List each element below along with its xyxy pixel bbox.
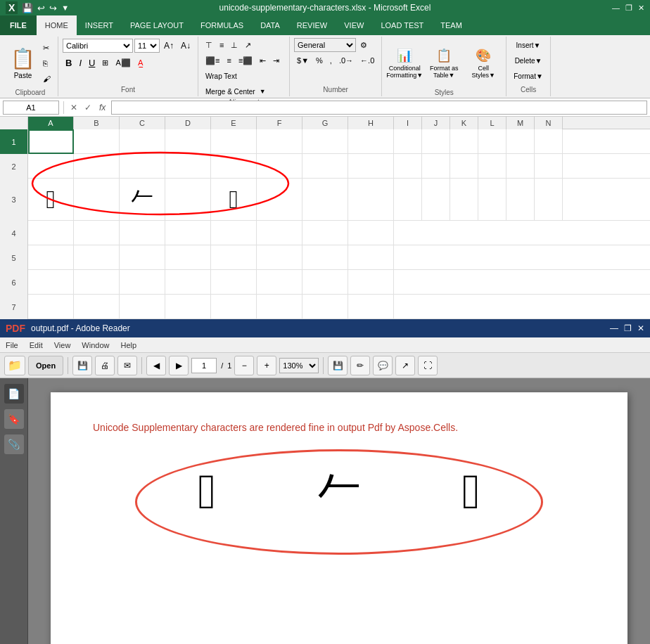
format-painter-button[interactable]: 🖌 bbox=[40, 72, 53, 86]
indent-inc-btn[interactable]: ⇥ bbox=[270, 53, 282, 67]
cut-button[interactable]: ✂ bbox=[40, 41, 53, 55]
row-header-1[interactable]: 1 bbox=[0, 129, 28, 154]
font-size-select[interactable]: 11 bbox=[134, 39, 160, 53]
cell-g1[interactable] bbox=[302, 129, 348, 154]
font-name-select[interactable]: Calibri bbox=[63, 39, 133, 53]
cell-h7[interactable] bbox=[348, 295, 394, 319]
col-header-k[interactable]: K bbox=[450, 117, 478, 129]
cell-b6[interactable] bbox=[74, 270, 120, 295]
row-header-3[interactable]: 3 bbox=[0, 179, 28, 221]
cell-d2[interactable] bbox=[165, 154, 211, 179]
align-top-btn[interactable]: ⊤ bbox=[203, 38, 215, 52]
cell-f4[interactable] bbox=[257, 221, 302, 245]
formulas-tab[interactable]: FORMULAS bbox=[192, 15, 252, 35]
cell-m1[interactable] bbox=[506, 129, 535, 154]
cell-f3[interactable] bbox=[257, 179, 302, 221]
pdf-zoom-in-btn[interactable]: + bbox=[257, 356, 276, 375]
cell-f1[interactable] bbox=[257, 129, 302, 154]
pdf-sidebar-page-icon[interactable]: 📄 bbox=[4, 384, 24, 404]
pdf-next-page-btn[interactable]: ▶ bbox=[169, 356, 189, 375]
file-tab[interactable]: FILE bbox=[0, 15, 37, 35]
cell-h2[interactable] bbox=[348, 154, 394, 179]
cell-j1[interactable] bbox=[422, 129, 450, 154]
cell-c7[interactable] bbox=[120, 295, 165, 319]
pdf-close-btn[interactable]: ✕ bbox=[637, 323, 644, 333]
cell-m2[interactable] bbox=[506, 154, 535, 179]
pdf-folder-icon[interactable]: 📁 bbox=[4, 356, 25, 375]
cell-d4[interactable] bbox=[165, 221, 211, 245]
cell-g4[interactable] bbox=[302, 221, 348, 245]
team-tab[interactable]: TEAM bbox=[432, 15, 471, 35]
cell-a3[interactable]: 𠀀 bbox=[28, 179, 74, 221]
pdf-zoom-select[interactable]: 130% bbox=[279, 358, 319, 373]
minimize-btn[interactable]: — bbox=[612, 4, 620, 13]
cell-g7[interactable] bbox=[302, 295, 348, 319]
pdf-expand-btn[interactable]: ⛶ bbox=[418, 356, 438, 375]
cell-h3[interactable] bbox=[348, 179, 394, 221]
pdf-prev-page-btn[interactable]: ◀ bbox=[146, 356, 166, 375]
cell-b2[interactable] bbox=[74, 154, 120, 179]
cell-j2[interactable] bbox=[422, 154, 450, 179]
col-header-j[interactable]: J bbox=[422, 117, 450, 129]
col-header-e[interactable]: E bbox=[211, 117, 257, 129]
col-header-h[interactable]: H bbox=[348, 117, 394, 129]
row-header-4[interactable]: 4 bbox=[0, 221, 28, 245]
load-test-tab[interactable]: LOAD TEST bbox=[372, 15, 432, 35]
cell-a5[interactable] bbox=[28, 245, 74, 270]
cell-i1[interactable] bbox=[394, 129, 422, 154]
row-header-7[interactable]: 7 bbox=[0, 295, 28, 319]
align-middle-btn[interactable]: ≡ bbox=[217, 38, 227, 52]
cell-e1[interactable] bbox=[211, 129, 257, 154]
cell-a6[interactable] bbox=[28, 270, 74, 295]
font-color-button[interactable]: A̲ bbox=[135, 56, 146, 70]
redo-qat-icon[interactable]: ↪ bbox=[49, 3, 57, 13]
cell-f6[interactable] bbox=[257, 270, 302, 295]
cell-f5[interactable] bbox=[257, 245, 302, 270]
page-layout-tab[interactable]: PAGE LAYOUT bbox=[122, 15, 192, 35]
cell-c3[interactable]: 𠂉 bbox=[120, 179, 165, 221]
cell-k3[interactable] bbox=[450, 179, 478, 221]
cell-c1[interactable] bbox=[120, 129, 165, 154]
cell-e4[interactable] bbox=[211, 221, 257, 245]
dec-dec-btn[interactable]: ←.0 bbox=[357, 53, 377, 67]
cell-d5[interactable] bbox=[165, 245, 211, 270]
cell-e5[interactable] bbox=[211, 245, 257, 270]
col-header-l[interactable]: L bbox=[478, 117, 506, 129]
conditional-formatting-button[interactable]: 📊 ConditionalFormatting▼ bbox=[386, 38, 423, 89]
formula-input[interactable] bbox=[111, 101, 647, 115]
align-bottom-btn[interactable]: ⊥ bbox=[228, 38, 241, 52]
col-header-m[interactable]: M bbox=[506, 117, 535, 129]
increase-font-btn[interactable]: A↑ bbox=[161, 39, 177, 53]
pdf-sidebar-bookmark-icon[interactable]: 🔖 bbox=[4, 409, 24, 429]
cell-d6[interactable] bbox=[165, 270, 211, 295]
cell-g2[interactable] bbox=[302, 154, 348, 179]
cell-h5[interactable] bbox=[348, 245, 394, 270]
cell-e6[interactable] bbox=[211, 270, 257, 295]
cell-g6[interactable] bbox=[302, 270, 348, 295]
cell-l1[interactable] bbox=[478, 129, 506, 154]
cell-f2[interactable] bbox=[257, 154, 302, 179]
cell-j3[interactable] bbox=[422, 179, 450, 221]
cell-m3[interactable] bbox=[506, 179, 535, 221]
pdf-annotate-btn[interactable]: ✏ bbox=[350, 356, 370, 375]
format-as-table-button[interactable]: 📋 Format asTable▼ bbox=[426, 38, 462, 89]
cell-n3[interactable] bbox=[535, 179, 563, 221]
row-header-5[interactable]: 5 bbox=[0, 245, 28, 270]
view-tab[interactable]: VIEW bbox=[336, 15, 372, 35]
pdf-minimize-btn[interactable]: — bbox=[610, 323, 618, 333]
format-button[interactable]: Format▼ bbox=[511, 69, 546, 83]
cell-d1[interactable] bbox=[165, 129, 211, 154]
currency-btn[interactable]: $▼ bbox=[294, 53, 312, 67]
name-box[interactable] bbox=[3, 101, 59, 115]
col-header-d[interactable]: D bbox=[165, 117, 211, 129]
review-tab[interactable]: REVIEW bbox=[288, 15, 336, 35]
align-right-btn[interactable]: ≡⬛ bbox=[236, 53, 255, 67]
cell-c6[interactable] bbox=[120, 270, 165, 295]
insert-button[interactable]: Insert▼ bbox=[514, 38, 544, 52]
pdf-menu-edit[interactable]: Edit bbox=[30, 341, 43, 349]
pdf-page-input[interactable] bbox=[191, 358, 217, 373]
delete-button[interactable]: Delete▼ bbox=[512, 53, 545, 67]
cell-e3[interactable]: 𠃷 bbox=[211, 179, 257, 221]
col-header-n[interactable]: N bbox=[535, 117, 563, 129]
col-header-b[interactable]: B bbox=[74, 117, 120, 129]
